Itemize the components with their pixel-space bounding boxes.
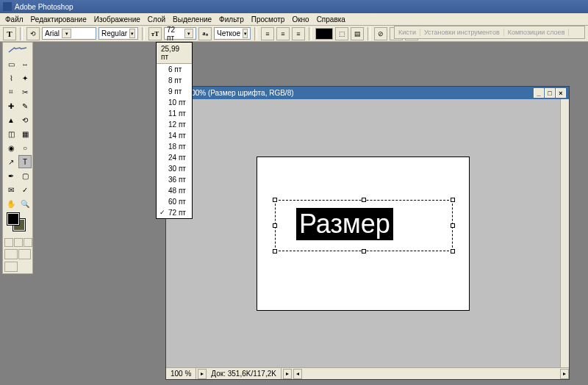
hand-tool[interactable]: ✋ [4, 197, 18, 210]
screen-mode-button[interactable] [4, 238, 13, 247]
menu-file[interactable]: Файл [1, 14, 27, 25]
path-tool[interactable]: ↗ [4, 155, 18, 168]
menu-help[interactable]: Справка [313, 14, 349, 25]
size-option[interactable]: 14 пт [157, 130, 192, 141]
resize-handle[interactable] [451, 249, 455, 253]
history-brush-tool[interactable]: ⟲ [18, 113, 32, 126]
gradient-tool[interactable]: ▦ [18, 127, 32, 140]
size-option[interactable]: 9 пт [157, 86, 192, 97]
font-size-dropdown[interactable]: 72 пт ▾ [164, 27, 196, 40]
font-family-value: Arial [45, 29, 60, 37]
palette-button[interactable]: ▤ [351, 27, 364, 40]
document-titlebar[interactable]: -1 @ 100% (Размер шрифта, RGB/8) _ □ × [166, 87, 569, 99]
menu-edit[interactable]: Редактирование [27, 14, 90, 25]
menu-image[interactable]: Изображение [90, 14, 144, 25]
menu-select[interactable]: Выделение [169, 14, 215, 25]
foreground-color-swatch[interactable] [7, 213, 19, 225]
anti-alias-dropdown[interactable]: Четкое ▾ [214, 27, 251, 40]
scroll-right-icon[interactable]: ▸ [560, 369, 569, 379]
chevron-down-icon[interactable]: ▾ [62, 29, 71, 38]
lasso-tool[interactable]: ⌇ [4, 71, 18, 84]
close-button[interactable]: × [556, 88, 566, 98]
brush-tool[interactable]: ✎ [18, 99, 32, 112]
aa-label-icon: aₐ [198, 27, 212, 40]
size-option[interactable]: 30 пт [157, 163, 192, 174]
size-option[interactable]: 11 пт [157, 108, 192, 119]
quickmask-on[interactable] [18, 249, 32, 259]
type-tool-icon[interactable]: T [3, 27, 16, 40]
size-option[interactable]: 72 пт [157, 207, 192, 218]
size-option[interactable]: 8 пт [157, 75, 192, 86]
palette-tab-brushes[interactable]: Кисти [395, 29, 420, 36]
menu-layer[interactable]: Слой [144, 14, 169, 25]
resize-handle[interactable] [451, 223, 455, 228]
zoom-level[interactable]: 100 % [166, 368, 196, 379]
chevron-down-icon[interactable]: ▾ [243, 29, 248, 38]
size-option[interactable]: 60 пт [157, 196, 192, 207]
font-style-dropdown[interactable]: Regular ▾ [98, 27, 138, 40]
toolbox-handle[interactable] [4, 44, 31, 56]
font-family-dropdown[interactable]: Arial ▾ [42, 27, 96, 40]
menu-window[interactable]: Окно [288, 14, 312, 25]
menu-filter[interactable]: Фильтр [215, 14, 248, 25]
size-option[interactable]: 6 пт [157, 64, 192, 75]
palette-tab-comps[interactable]: Композиции слоев [504, 29, 570, 36]
size-option[interactable]: 48 пт [157, 185, 192, 196]
resize-handle[interactable] [273, 249, 277, 253]
maximize-button[interactable]: □ [545, 88, 555, 98]
align-left-button[interactable]: ≡ [261, 27, 274, 40]
chevron-down-icon[interactable]: ▾ [129, 29, 135, 38]
slice-tool[interactable]: ✂ [18, 85, 32, 98]
pen-tool[interactable]: ✒ [4, 169, 18, 182]
text-color-swatch[interactable] [315, 28, 333, 40]
crop-tool[interactable]: ⌗ [4, 85, 18, 98]
resize-handle[interactable] [273, 198, 277, 202]
canvas[interactable]: Размер [257, 156, 470, 311]
move-tool[interactable]: ↔ [18, 57, 32, 71]
shape-tool[interactable]: ▢ [18, 169, 32, 182]
canvas-area: Размер [166, 99, 560, 367]
size-option[interactable]: 24 пт [157, 152, 192, 163]
heal-tool[interactable]: ✚ [4, 99, 18, 112]
marquee-tool[interactable]: ▭ [4, 57, 18, 71]
type-tool[interactable]: T [18, 155, 32, 168]
options-bar: T ⟲ Arial ▾ Regular ▾ тT 72 пт ▾ aₐ Четк… [0, 26, 588, 42]
align-right-button[interactable]: ≡ [292, 27, 305, 40]
eyedropper-tool[interactable]: ✓ [18, 183, 32, 196]
resize-handle[interactable] [362, 249, 366, 253]
cancel-button[interactable]: ⊘ [374, 27, 387, 40]
zoom-menu-icon[interactable]: ▸ [198, 369, 207, 379]
screen-mode-button[interactable] [24, 238, 32, 247]
size-option[interactable]: 12 пт [157, 119, 192, 130]
align-center-button[interactable]: ≡ [276, 27, 290, 40]
text-bounding-box[interactable]: Размер [275, 200, 453, 251]
resize-handle[interactable] [273, 223, 277, 228]
quickmask-off[interactable] [4, 249, 18, 259]
warp-text-button[interactable]: ⬚ [335, 27, 348, 40]
blur-tool[interactable]: ◉ [4, 141, 18, 154]
size-option[interactable]: 36 пт [157, 174, 192, 185]
toolbox: ▭ ↔ ⌇ ✦ ⌗ ✂ ✚ ✎ ▲ ⟲ ◫ ▦ ◉ ○ ↗ T ✒ ▢ ✉ ✓ … [2, 42, 33, 274]
menu-view[interactable]: Просмотр [248, 14, 289, 25]
size-option[interactable]: 10 пт [157, 97, 192, 108]
canvas-text[interactable]: Размер [296, 208, 393, 240]
resize-handle[interactable] [362, 198, 366, 202]
orientation-button[interactable]: ⟲ [26, 27, 40, 40]
minimize-button[interactable]: _ [534, 88, 544, 98]
vertical-scrollbar[interactable] [560, 99, 569, 367]
dodge-tool[interactable]: ○ [18, 141, 32, 154]
eraser-tool[interactable]: ◫ [4, 127, 18, 140]
chevron-down-icon[interactable]: ▾ [184, 29, 193, 38]
info-menu-icon[interactable]: ▸ [283, 369, 292, 379]
scroll-left-icon[interactable]: ◂ [293, 369, 302, 379]
jump-button[interactable] [4, 262, 18, 272]
screen-mode-button[interactable] [14, 238, 23, 247]
zoom-tool[interactable]: 🔍 [18, 197, 32, 210]
stamp-tool[interactable]: ▲ [4, 113, 18, 126]
resize-handle[interactable] [451, 198, 455, 202]
palette-tab-presets[interactable]: Установки инструментов [420, 29, 504, 36]
size-option[interactable]: 18 пт [157, 141, 192, 152]
wand-tool[interactable]: ✦ [18, 71, 32, 84]
notes-tool[interactable]: ✉ [4, 183, 18, 196]
separator [309, 27, 312, 40]
